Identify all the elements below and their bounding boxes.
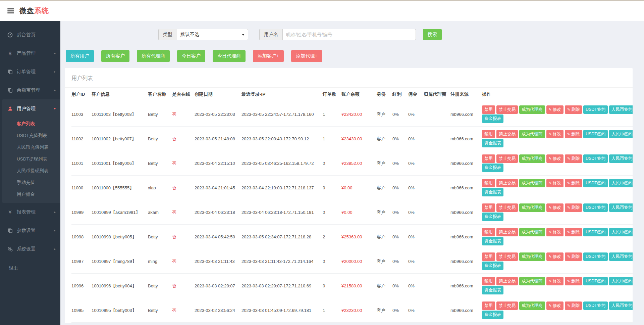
fund-report-button[interactable]: 资金报表 [482,262,503,270]
become-agent-button[interactable]: 成为代理商 [519,154,545,163]
rmb-sign-button[interactable]: 人民币签约 [609,105,633,114]
usdt-sign-button[interactable]: USDT签约 [583,179,608,187]
delete-button[interactable]: ✎删除 [565,105,582,114]
become-agent-button[interactable]: 成为代理商 [519,277,545,285]
disable-button[interactable]: 禁用 [482,179,495,187]
submenu-item-usdt-deposit-list[interactable]: USDT充值列表 [2,130,60,141]
sidebar-item-orders[interactable]: 订单管理 ▸ [0,62,60,81]
edit-button[interactable]: ✎修改 [546,301,564,310]
type-filter-select[interactable]: 默认不选 [177,29,248,40]
edit-button[interactable]: ✎修改 [546,105,564,114]
forbid-trade-button[interactable]: 禁止交易 [496,203,518,212]
rmb-sign-button[interactable]: 人民币签约 [609,301,633,310]
delete-button[interactable]: ✎删除 [565,277,582,285]
usdt-sign-button[interactable]: USDT签约 [583,130,608,138]
add-customer-button[interactable]: 添加客户+ [253,50,284,62]
disable-button[interactable]: 禁用 [482,203,495,212]
edit-button[interactable]: ✎修改 [546,179,564,187]
add-agent-button[interactable]: 添加代理+ [291,50,322,62]
rmb-sign-button[interactable]: 人民币签约 [609,228,633,236]
sidebar-item-reports[interactable]: ¥ 报表管理 ▸ [0,203,60,221]
disable-button[interactable]: 禁用 [482,105,495,114]
all-agents-button[interactable]: 所有代理商 [137,50,170,62]
delete-button[interactable]: ✎删除 [565,301,582,310]
all-customers-button[interactable]: 所有客户 [101,50,129,62]
usdt-sign-button[interactable]: USDT签约 [583,203,608,212]
username-input[interactable] [282,29,416,40]
today-agents-button[interactable]: 今日代理商 [213,50,246,62]
edit-button[interactable]: ✎修改 [546,203,564,212]
disable-button[interactable]: 禁用 [482,301,495,310]
forbid-trade-button[interactable]: 禁止交易 [496,105,518,114]
delete-button[interactable]: ✎删除 [565,154,582,163]
submenu-item-rmb-withdraw-list[interactable]: 人民币提现列表 [2,165,60,177]
sidebar-item-products[interactable]: ฿ 产品管理 ▸ [0,44,60,62]
delete-button[interactable]: ✎删除 [565,203,582,212]
delete-button[interactable]: ✎删除 [565,228,582,236]
usdt-sign-button[interactable]: USDT签约 [583,252,608,261]
usdt-sign-button[interactable]: USDT签约 [583,154,608,163]
forbid-trade-button[interactable]: 禁止交易 [496,154,518,163]
fund-report-button[interactable]: 资金报表 [482,139,503,147]
all-users-button[interactable]: 所有用户 [66,50,94,62]
usdt-sign-button[interactable]: USDT签约 [583,105,608,114]
sidebar-item-user-management[interactable]: 用户管理 ▾ [2,99,60,118]
submenu-item-manual-recharge[interactable]: 手动充值 [2,177,60,188]
rmb-sign-button[interactable]: 人民币签约 [609,130,633,138]
become-agent-button[interactable]: 成为代理商 [519,301,545,310]
rmb-sign-button[interactable]: 人民币签约 [609,179,633,187]
rmb-sign-button[interactable]: 人民币签约 [609,203,633,212]
disable-button[interactable]: 禁用 [482,277,495,285]
become-agent-button[interactable]: 成为代理商 [519,228,545,236]
become-agent-button[interactable]: 成为代理商 [519,179,545,187]
forbid-trade-button[interactable]: 禁止交易 [496,130,518,138]
forbid-trade-button[interactable]: 禁止交易 [496,301,518,310]
forbid-trade-button[interactable]: 禁止交易 [496,252,518,261]
fund-report-button[interactable]: 资金报表 [482,164,503,172]
usdt-sign-button[interactable]: USDT签约 [583,277,608,285]
submenu-item-user-bonus[interactable]: 用户赠金 [2,188,60,200]
sidebar-item-dashboard[interactable]: 后台首页 [0,26,60,44]
delete-button[interactable]: ✎删除 [565,130,582,138]
sidebar-item-logout[interactable]: 退出 [0,266,60,272]
disable-button[interactable]: 禁用 [482,252,495,261]
delete-button[interactable]: ✎删除 [565,252,582,261]
disable-button[interactable]: 禁用 [482,154,495,163]
app-logo[interactable]: 微盘系统 [19,6,49,15]
become-agent-button[interactable]: 成为代理商 [519,252,545,261]
sidebar-item-parameters[interactable]: 参数设置 ▸ [0,221,60,240]
become-agent-button[interactable]: 成为代理商 [519,130,545,138]
hamburger-menu-icon[interactable] [7,8,14,13]
rmb-sign-button[interactable]: 人民币签约 [609,277,633,285]
edit-button[interactable]: ✎修改 [546,252,564,261]
edit-button[interactable]: ✎修改 [546,277,564,285]
submenu-item-customer-list[interactable]: 客户列表 [2,118,60,130]
forbid-trade-button[interactable]: 禁止交易 [496,228,518,236]
fund-report-button[interactable]: 资金报表 [482,286,503,294]
sidebar-item-system-settings[interactable]: 系统设置 ▸ [0,240,60,258]
fund-report-button[interactable]: 资金报表 [482,114,503,123]
become-agent-button[interactable]: 成为代理商 [519,203,545,212]
rmb-sign-button[interactable]: 人民币签约 [609,154,633,163]
disable-button[interactable]: 禁用 [482,130,495,138]
forbid-trade-button[interactable]: 禁止交易 [496,277,518,285]
submenu-item-usdt-withdraw-list[interactable]: USDT提现列表 [2,153,60,165]
fund-report-button[interactable]: 资金报表 [482,213,503,221]
fund-report-button[interactable]: 资金报表 [482,188,503,196]
fund-report-button[interactable]: 资金报表 [482,237,503,245]
edit-button[interactable]: ✎修改 [546,154,564,163]
usdt-sign-button[interactable]: USDT签约 [583,228,608,236]
rmb-sign-button[interactable]: 人民币签约 [609,252,633,261]
today-customers-button[interactable]: 今日客户 [177,50,205,62]
fund-report-button[interactable]: 资金报表 [482,311,503,319]
edit-button[interactable]: ✎修改 [546,130,564,138]
delete-button[interactable]: ✎删除 [565,179,582,187]
usdt-sign-button[interactable]: USDT签约 [583,301,608,310]
submenu-item-rmb-deposit-list[interactable]: 人民币充值列表 [2,141,60,153]
become-agent-button[interactable]: 成为代理商 [519,105,545,114]
edit-button[interactable]: ✎修改 [546,228,564,236]
sidebar-item-yuebao[interactable]: 余额宝管理 ▸ [0,81,60,99]
search-button[interactable]: 搜索 [423,29,442,40]
disable-button[interactable]: 禁用 [482,228,495,236]
forbid-trade-button[interactable]: 禁止交易 [496,179,518,187]
